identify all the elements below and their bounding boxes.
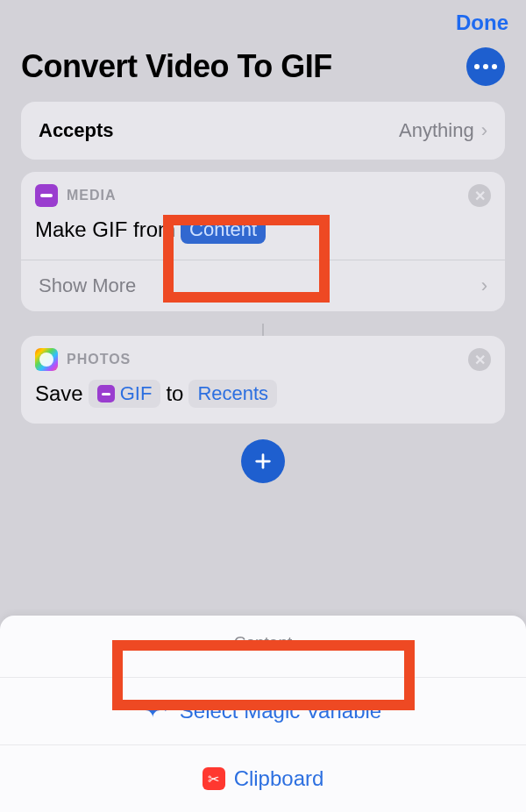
to-text: to	[166, 381, 183, 406]
done-button[interactable]: Done	[456, 11, 508, 35]
gif-variable-pill[interactable]: GIF	[89, 380, 161, 408]
show-more-button[interactable]: Show More ›	[21, 260, 505, 311]
clipboard-button[interactable]: ✂ Clipboard	[0, 744, 526, 812]
photos-category-label: PHOTOS	[67, 352, 131, 367]
select-magic-variable-button[interactable]: ✦⁺ Select Magic Variable	[0, 677, 526, 744]
page-title: Convert Video To GIF	[21, 48, 332, 85]
sheet-title: Content	[0, 616, 526, 677]
content-variable-pill[interactable]: Content	[181, 216, 266, 244]
recents-variable-pill[interactable]: Recents	[188, 380, 277, 408]
media-category-label: MEDIA	[67, 188, 117, 203]
variable-picker-sheet: Content ✦⁺ Select Magic Variable ✂ Clipb…	[0, 616, 526, 812]
scissors-icon: ✂	[203, 767, 225, 790]
remove-action-button[interactable]: ✕	[468, 348, 491, 371]
add-action-button[interactable]	[241, 439, 285, 483]
make-gif-action-card: MEDIA ✕ Make GIF from Content Show More …	[21, 172, 505, 311]
more-menu-button[interactable]	[466, 47, 505, 86]
remove-action-button[interactable]: ✕	[468, 184, 491, 207]
magic-wand-icon: ✦⁺	[145, 700, 171, 723]
photos-app-icon	[35, 348, 58, 371]
make-gif-text: Make GIF from	[35, 217, 175, 242]
save-photos-action-card: PHOTOS ✕ Save GIF to Recents	[21, 336, 505, 424]
accepts-value: Anything	[399, 119, 474, 142]
chevron-right-icon: ›	[481, 274, 487, 297]
accepts-label: Accepts	[39, 119, 114, 142]
chevron-right-icon: ›	[481, 119, 487, 142]
media-app-icon	[35, 184, 58, 207]
save-text: Save	[35, 381, 83, 406]
action-connector	[262, 324, 264, 336]
accepts-card[interactable]: Accepts Anything ›	[21, 102, 505, 160]
